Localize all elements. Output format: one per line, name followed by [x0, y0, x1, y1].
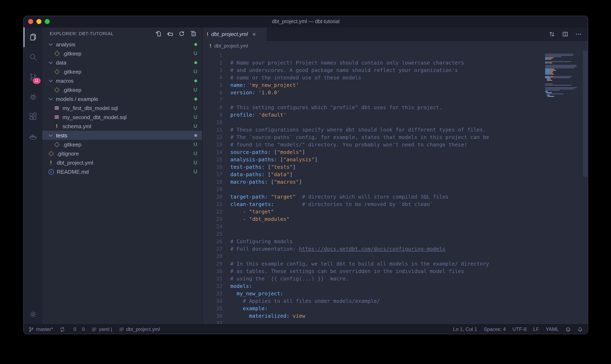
tree-item-my-second-dbt-model-sql[interactable]: my_second_dbt_model.sqlU: [42, 113, 202, 122]
activity-search-button[interactable]: [24, 47, 42, 67]
git-file-icon: [54, 88, 60, 92]
code-line[interactable]: [230, 223, 588, 230]
code-line[interactable]: # In this example config, we tell dbt to…: [230, 260, 588, 268]
code-line[interactable]: [230, 119, 588, 126]
minimap[interactable]: [545, 52, 581, 98]
tree-item-schema-yml[interactable]: !schema.ymlU: [42, 122, 202, 131]
code-line[interactable]: models:: [230, 283, 588, 290]
code-line[interactable]: # Applies to all files under models/exam…: [230, 297, 588, 305]
code-line[interactable]: [230, 230, 588, 238]
close-window-button[interactable]: [28, 19, 33, 24]
tree-item-label: my_second_dbt_model.sql: [63, 114, 126, 120]
tree-item-label: .gitkeep: [63, 87, 81, 93]
new-folder-icon[interactable]: [167, 30, 173, 37]
code-line[interactable]: version: '1.0.0': [230, 89, 588, 96]
minimize-window-button[interactable]: [36, 19, 42, 24]
code-line[interactable]: # This setting configures which "profile…: [230, 104, 588, 111]
tree-item-dbt-project-yml[interactable]: !dbt_project.ymlU: [42, 158, 202, 167]
code-line[interactable]: # Full documentation: https://docs.getdb…: [230, 245, 588, 253]
mode-indicator[interactable]: yaml |: [91, 326, 112, 332]
git-status-badge: U: [194, 160, 202, 166]
scrollbar-thumb[interactable]: [583, 51, 587, 176]
open-changes-icon[interactable]: [549, 31, 555, 37]
tree-item-gitkeep[interactable]: .gitkeepU: [42, 85, 202, 94]
collapse-all-icon[interactable]: [190, 30, 196, 37]
line-number: 10: [203, 119, 222, 126]
cursor-position[interactable]: Ln 1, Col 1: [453, 326, 477, 332]
code-line[interactable]: [230, 52, 588, 59]
warning-icon: !: [210, 43, 211, 49]
breadcrumb[interactable]: ! dbt_project.yml: [203, 41, 588, 51]
tree-item-gitkeep[interactable]: .gitkeepU: [42, 67, 202, 76]
code-line[interactable]: clean-targets: # directories to be remov…: [230, 201, 588, 208]
code-line[interactable]: materialized: view: [230, 312, 588, 320]
activity-docker-button[interactable]: [24, 127, 42, 146]
settings-gear-button[interactable]: [24, 304, 42, 324]
tree-item-gitkeep[interactable]: .gitkeepU: [42, 140, 202, 149]
code-line[interactable]: # using the `{{ config(...) }}` macro.: [230, 275, 588, 283]
tree-item-models-example[interactable]: models / example: [42, 94, 202, 104]
code-line[interactable]: analysis-paths: ["analysis"]: [230, 156, 588, 163]
code-line[interactable]: # and underscores. A good package name s…: [230, 67, 588, 74]
tree-item-macros[interactable]: macros: [42, 76, 202, 85]
code-line[interactable]: [230, 253, 588, 260]
chevron-down-icon: [49, 78, 53, 82]
branch-indicator[interactable]: master*: [28, 326, 53, 332]
code-line[interactable]: profile: 'default': [230, 111, 588, 119]
active-file-indicator[interactable]: dbt_project.yml: [119, 326, 160, 332]
tree-item-tests[interactable]: tests: [42, 131, 202, 140]
activity-debug-button[interactable]: [24, 87, 42, 107]
eol-setting[interactable]: LF: [533, 326, 539, 332]
close-tab-icon[interactable]: ×: [252, 31, 256, 38]
code-line[interactable]: name: 'my_new_project': [230, 81, 588, 89]
code-line[interactable]: [230, 186, 588, 193]
chevron-down-icon: [49, 96, 53, 100]
bell-icon: [577, 326, 583, 332]
code-line[interactable]: # as tables. These settings can be overr…: [230, 268, 588, 275]
code-lines[interactable]: # Name your project! Project names shoul…: [222, 52, 588, 324]
tree-item-analysis[interactable]: analysis: [42, 40, 202, 49]
encoding-setting[interactable]: UTF-8: [513, 326, 527, 332]
tree-item-readme-md[interactable]: iREADME.mdU: [42, 167, 202, 176]
refresh-icon[interactable]: [179, 30, 185, 37]
code-line[interactable]: # found in the "models/" directory. You …: [230, 141, 588, 148]
code-line[interactable]: target-path: "target" # directory which …: [230, 193, 588, 201]
code-line[interactable]: my_new_project:: [230, 290, 588, 297]
problems-indicator[interactable]: 0 0: [72, 326, 85, 332]
code-line[interactable]: # name or the intended use of these mode…: [230, 74, 588, 81]
code-line[interactable]: - "target": [230, 208, 588, 216]
activity-source-control-button[interactable]: 11: [24, 67, 42, 87]
code-line[interactable]: test-paths: ["tests"]: [230, 163, 588, 171]
notifications-button[interactable]: [577, 326, 583, 332]
sync-button[interactable]: [60, 326, 65, 332]
tree-item-gitkeep[interactable]: .gitkeepU: [42, 49, 202, 58]
code-line[interactable]: source-paths: ["models"]: [230, 148, 588, 156]
line-number: 32: [203, 283, 222, 290]
indentation-setting[interactable]: Spaces: 4: [484, 326, 506, 332]
code-line[interactable]: # Configuring models: [230, 238, 588, 245]
activity-explorer-button[interactable]: [24, 27, 42, 47]
code-line[interactable]: [230, 96, 588, 104]
language-mode[interactable]: YAML: [545, 326, 559, 332]
code-line[interactable]: example:: [230, 305, 588, 312]
line-number: 9: [203, 111, 222, 119]
tree-item-data[interactable]: data: [42, 58, 202, 67]
activity-extensions-button[interactable]: [24, 107, 42, 127]
tree-item-my-first-dbt-model-sql[interactable]: my_first_dbt_model.sqlU: [42, 104, 202, 113]
code-line[interactable]: # Name your project! Project names shoul…: [230, 59, 588, 67]
split-editor-icon[interactable]: [562, 31, 568, 37]
zoom-window-button[interactable]: [45, 19, 50, 24]
code-line[interactable]: [230, 320, 588, 324]
code-line[interactable]: # The `source-paths` config, for example…: [230, 134, 588, 141]
editor-scrollbar[interactable]: [583, 51, 588, 324]
feedback-button[interactable]: [565, 326, 571, 332]
tab-dbt-project-yml[interactable]: ! dbt_project.yml ×: [203, 27, 267, 41]
code-line[interactable]: # These configurations specify where dbt…: [230, 126, 588, 134]
more-actions-icon[interactable]: [575, 31, 582, 37]
list-icon: [119, 326, 124, 332]
tree-item-gitignore[interactable]: .gitignoreU: [42, 149, 202, 158]
code-line[interactable]: macro-paths: ["macros"]: [230, 178, 588, 186]
code-line[interactable]: - "dbt_modules": [230, 216, 588, 223]
code-line[interactable]: data-paths: ["data"]: [230, 171, 588, 178]
new-file-icon[interactable]: [155, 30, 162, 37]
